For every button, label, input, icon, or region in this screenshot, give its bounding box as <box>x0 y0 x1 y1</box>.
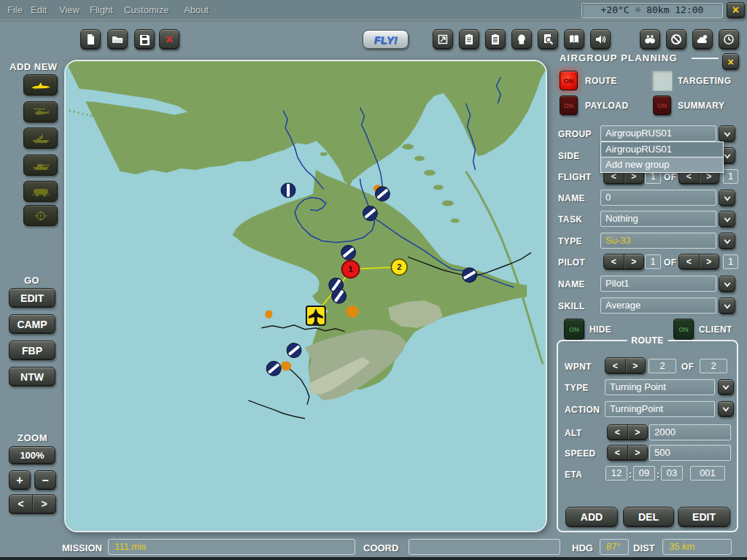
pilot-name-field[interactable]: Pilot1 <box>600 276 716 292</box>
zoom-level-button[interactable]: 100% <box>9 446 55 464</box>
speed-field[interactable]: 500 <box>649 445 731 461</box>
menu-file[interactable]: File <box>7 4 23 15</box>
menu-flight[interactable]: Flight <box>90 4 113 15</box>
pan-control[interactable]: < > <box>9 494 56 514</box>
panel-close-button[interactable]: × <box>722 53 739 70</box>
action-field[interactable]: TurningPoint <box>605 401 715 417</box>
pan-left-button[interactable]: < <box>9 495 33 513</box>
payload-toggle[interactable]: ON <box>560 96 578 115</box>
client-toggle[interactable]: ON <box>673 319 694 340</box>
action-dropdown-button[interactable] <box>718 401 734 417</box>
clipboard-icon <box>463 34 475 45</box>
no-entry-icon <box>670 34 682 45</box>
pan-right-button[interactable]: > <box>33 495 55 513</box>
mission-field[interactable]: 111.mis <box>108 539 355 555</box>
notes-button[interactable] <box>459 29 479 50</box>
menu-about[interactable]: About <box>184 4 209 15</box>
spinner-prev[interactable]: < <box>608 446 628 460</box>
group-dropdown-button[interactable] <box>719 125 735 142</box>
add-train-button[interactable] <box>23 181 58 202</box>
open-book-icon <box>568 34 580 45</box>
waypoint-2[interactable]: 2 <box>391 259 407 275</box>
skill-field[interactable]: Average <box>600 298 716 314</box>
zoom-out-button[interactable]: − <box>34 470 56 490</box>
type-field[interactable]: Su-33 <box>600 233 716 249</box>
wpnt-type-label: TYPE <box>565 383 589 393</box>
coord-label: COORD <box>363 542 398 553</box>
task-dropdown-button[interactable] <box>719 211 735 228</box>
dropdown-option-selected[interactable]: AirgroupRUS01 <box>601 142 723 158</box>
waypoint-edit-button[interactable]: EDIT <box>678 507 730 527</box>
crosshair-icon <box>31 211 51 221</box>
group-list-button[interactable] <box>433 29 453 50</box>
airbase-marker[interactable] <box>281 183 295 198</box>
spinner-next[interactable]: > <box>628 425 648 440</box>
summary-toggle[interactable]: ON <box>653 96 671 115</box>
alt-spinner[interactable]: <> <box>607 424 648 440</box>
hide-toggle[interactable]: ON <box>564 319 584 340</box>
dropdown-option[interactable]: Add new group <box>601 158 723 172</box>
magnifier-doc-icon <box>542 34 554 45</box>
coord-field[interactable] <box>409 539 560 555</box>
menu-customize[interactable]: Customize <box>124 4 169 15</box>
spinner-next[interactable]: > <box>624 254 644 269</box>
go-fbp-button[interactable]: FBP <box>9 341 55 360</box>
route-toggle[interactable]: ON <box>560 71 578 90</box>
close-mission-button[interactable]: × <box>159 29 179 50</box>
spinner-prev[interactable]: < <box>679 254 700 269</box>
alt-field[interactable]: 2000 <box>649 424 731 440</box>
skill-dropdown-button[interactable] <box>719 298 735 314</box>
name-dropdown-button[interactable] <box>719 190 735 206</box>
spinner-next[interactable]: > <box>700 254 719 269</box>
eta-hours-field[interactable]: 12 <box>605 466 627 481</box>
spinner-next[interactable]: > <box>626 359 646 373</box>
pilot-name-dropdown-button[interactable] <box>719 276 735 292</box>
zoom-in-button[interactable]: + <box>9 470 31 490</box>
add-airplane-button[interactable] <box>23 74 58 96</box>
go-edit-button[interactable]: EDIT <box>9 288 55 308</box>
pilot-label: PILOT <box>558 257 585 268</box>
save-mission-button[interactable] <box>134 29 155 50</box>
briefing-button[interactable] <box>485 29 506 50</box>
new-mission-button[interactable] <box>80 29 101 50</box>
map-canvas[interactable]: 1 2 <box>64 60 547 532</box>
wpnt-spinner[interactable]: <> <box>605 357 646 374</box>
task-field[interactable]: Nothing <box>600 211 716 227</box>
wpnt-type-dropdown-button[interactable] <box>718 379 734 395</box>
menu-view[interactable]: View <box>59 4 80 15</box>
spinner-prev[interactable]: < <box>608 425 628 440</box>
spinner-prev[interactable]: < <box>604 254 624 269</box>
add-ship-button[interactable] <box>23 128 58 149</box>
eta-minutes-field[interactable]: 09 <box>633 466 655 481</box>
chevron-down-icon <box>722 237 732 246</box>
targeting-toggle[interactable] <box>652 71 673 91</box>
name-field[interactable]: 0 <box>600 190 716 206</box>
menu-edit[interactable]: Edit <box>31 4 47 15</box>
add-vehicle-button[interactable] <box>23 155 58 176</box>
fly-button[interactable]: FLY! <box>363 30 409 49</box>
waypoint-del-button[interactable]: DEL <box>623 507 674 527</box>
go-ntw-button[interactable]: NTW <box>9 367 55 386</box>
eta-seconds-field[interactable]: 03 <box>661 466 683 481</box>
go-camp-button[interactable]: CAMP <box>9 314 55 334</box>
group-field[interactable]: AirgroupRUS01 <box>600 125 716 141</box>
spinner-prev[interactable]: < <box>605 359 626 373</box>
open-folder-icon <box>112 34 123 45</box>
wpnt-type-field[interactable]: Turning Point <box>605 379 715 395</box>
eta-day-field[interactable]: 001 <box>690 466 725 481</box>
pilot-num-spinner[interactable]: <> <box>603 254 644 270</box>
pilot-total-spinner[interactable]: <> <box>678 254 719 270</box>
waypoint-add-button[interactable]: ADD <box>565 507 618 527</box>
chevron-down-icon <box>722 215 732 224</box>
waypoint-1[interactable]: 1 <box>342 260 360 278</box>
pilot-roster-button[interactable] <box>511 29 532 50</box>
add-helicopter-button[interactable] <box>23 101 58 122</box>
aircraft-map-icon[interactable] <box>306 306 325 325</box>
type-dropdown-button[interactable] <box>719 233 735 249</box>
window-close-button[interactable]: × <box>727 2 745 18</box>
add-target-button[interactable] <box>23 205 58 226</box>
speed-spinner[interactable]: <> <box>607 445 648 461</box>
chevron-down-icon <box>722 280 732 289</box>
spinner-next[interactable]: > <box>628 446 648 460</box>
open-mission-button[interactable] <box>107 29 128 50</box>
